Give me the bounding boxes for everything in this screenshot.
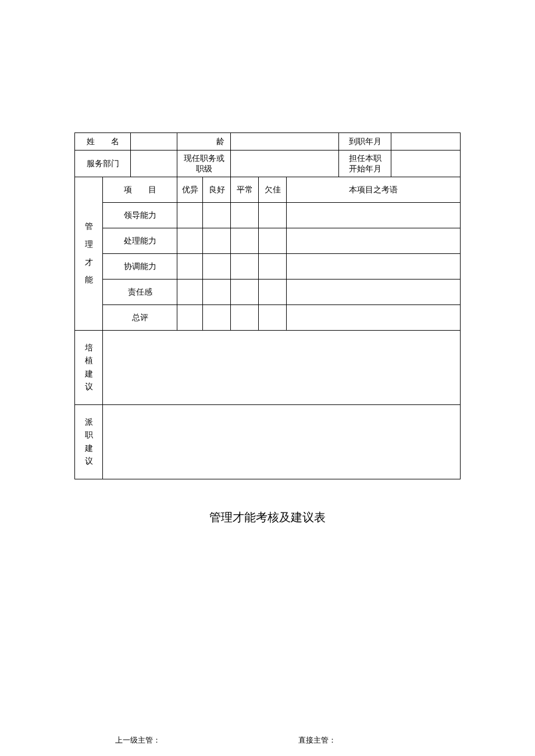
value-name (131, 133, 177, 151)
footer-left-label: 上一级主管： (74, 735, 287, 746)
cell-poor (259, 305, 287, 331)
value-assign (103, 405, 461, 479)
cell-average (231, 254, 259, 280)
col-comment: 本项目之考语 (287, 177, 461, 203)
cell-poor (259, 280, 287, 305)
row-label: 责任感 (103, 280, 177, 305)
col-poor: 欠佳 (259, 177, 287, 203)
row-label: 协调能力 (103, 254, 177, 280)
cell-excellent (177, 228, 203, 254)
col-excellent: 优异 (177, 177, 203, 203)
value-dept (131, 151, 177, 177)
value-age (231, 133, 339, 151)
page-title: 管理才能考核及建议表 (74, 510, 461, 525)
row-label: 总评 (103, 305, 177, 331)
cell-poor (259, 228, 287, 254)
cell-good (203, 203, 231, 228)
cell-excellent (177, 254, 203, 280)
cell-comment (287, 280, 461, 305)
value-position (231, 151, 339, 177)
cell-comment (287, 254, 461, 280)
table-row: 总评 (75, 305, 461, 331)
cell-poor (259, 203, 287, 228)
label-name: 姓 名 (75, 133, 131, 151)
col-item: 项 目 (103, 177, 177, 203)
col-good: 良好 (203, 177, 231, 203)
value-current-start (391, 151, 461, 177)
cell-comment (287, 228, 461, 254)
cell-good (203, 228, 231, 254)
label-cultivate: 培 植 建 议 (75, 331, 103, 405)
value-cultivate (103, 331, 461, 405)
table-row: 责任感 (75, 280, 461, 305)
evaluation-form: 姓 名 龄 到职年月 服务部门 现任职务或 职级 担任本职 开始年月 (74, 132, 461, 479)
label-current-start: 担任本职 开始年月 (339, 151, 391, 177)
row-label: 处理能力 (103, 228, 177, 254)
cell-good (203, 305, 231, 331)
row-label: 领导能力 (103, 203, 177, 228)
table-row: 处理能力 (75, 228, 461, 254)
cell-average (231, 228, 259, 254)
col-average: 平常 (231, 177, 259, 203)
cell-comment (287, 203, 461, 228)
label-dept: 服务部门 (75, 151, 131, 177)
label-position: 现任职务或 职级 (177, 151, 231, 177)
cell-good (203, 280, 231, 305)
cell-comment (287, 305, 461, 331)
cell-excellent (177, 203, 203, 228)
label-assign: 派 职 建 议 (75, 405, 103, 479)
table-row: 领导能力 (75, 203, 461, 228)
cell-average (231, 280, 259, 305)
cell-poor (259, 254, 287, 280)
label-mgmt-ability: 管 理 才 能 (75, 177, 103, 331)
footer-right-label: 直接主管： (287, 735, 461, 746)
table-row: 协调能力 (75, 254, 461, 280)
cell-excellent (177, 280, 203, 305)
cell-average (231, 305, 259, 331)
cell-average (231, 203, 259, 228)
value-start-date (391, 133, 461, 151)
cell-good (203, 254, 231, 280)
cell-excellent (177, 305, 203, 331)
label-age: 龄 (177, 133, 231, 151)
footer: 上一级主管： 直接主管： (0, 735, 535, 746)
label-start-date: 到职年月 (339, 133, 391, 151)
